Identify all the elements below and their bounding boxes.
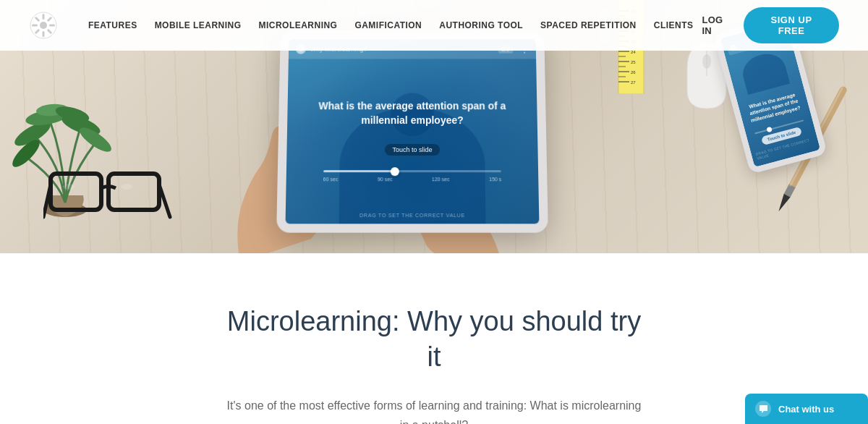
signup-button[interactable]: SIGN UP FREE: [744, 7, 839, 43]
slider-label-2: 90 sec: [378, 177, 393, 182]
nav-mobile-learning[interactable]: MOBILE LEARNING: [146, 20, 250, 30]
nav-spaced-repetition[interactable]: SPACED REPETITION: [532, 20, 645, 30]
login-button[interactable]: LOG IN: [702, 14, 732, 36]
nav-right: LOG IN SIGN UP FREE: [702, 7, 839, 43]
svg-rect-2: [43, 14, 45, 20]
slider-label-4: 150 s: [489, 177, 501, 182]
chat-label: Chat with us: [778, 404, 834, 415]
tablet-content-area: What is the average attention span of a …: [286, 80, 539, 182]
svg-point-23: [121, 184, 132, 190]
header: FEATURES MOBILE LEARNING MICROLEARNING G…: [0, 0, 868, 51]
svg-rect-4: [32, 25, 38, 27]
chat-widget[interactable]: Chat with us: [745, 394, 868, 424]
slider-label-3: 120 sec: [432, 177, 450, 182]
nav-authoring-tool[interactable]: AUTHORING TOOL: [430, 20, 532, 30]
svg-rect-3: [43, 31, 45, 37]
touch-label: Touch to slide: [385, 144, 439, 156]
phone-silhouette: [739, 49, 790, 95]
nav-microlearning[interactable]: MICROLEARNING: [250, 20, 346, 30]
nav-clients[interactable]: CLIENTS: [645, 20, 702, 30]
svg-point-1: [40, 22, 47, 29]
slider-fill: [323, 170, 395, 172]
svg-rect-18: [51, 174, 101, 210]
phone-slider-thumb: [766, 127, 773, 133]
nav-gamification[interactable]: GAMIFICATION: [346, 20, 430, 30]
svg-rect-5: [49, 25, 55, 27]
tablet-device: Why Microlearning? 2/9 ⋮ What is the ave…: [276, 31, 548, 233]
slider-label-1: 60 sec: [323, 177, 339, 182]
logo[interactable]: [29, 11, 58, 40]
slider-track: [323, 170, 501, 172]
svg-text:26: 26: [631, 70, 636, 75]
page-subtitle: It's one of the most effective forms of …: [224, 396, 644, 424]
svg-point-22: [63, 184, 75, 190]
svg-text:25: 25: [631, 60, 636, 64]
page-title: Microlearning: Why you should try it: [217, 304, 651, 376]
content-section: Microlearning: Why you should try it It'…: [0, 253, 868, 424]
drag-label: DRAG TO SET THE CORRECT VALUE: [286, 213, 540, 218]
slider-labels: 60 sec 90 sec 120 sec 150 s: [323, 177, 502, 182]
slider-thumb: [390, 167, 399, 176]
svg-point-49: [702, 54, 711, 69]
nav-features[interactable]: FEATURES: [80, 20, 146, 30]
svg-text:27: 27: [631, 80, 636, 85]
tablet-question-text: What is the average attention span of a …: [302, 99, 523, 127]
main-nav: FEATURES MOBILE LEARNING MICROLEARNING G…: [80, 20, 702, 30]
glasses-decoration: [43, 159, 203, 224]
svg-rect-19: [109, 174, 159, 210]
chat-icon: [755, 401, 771, 417]
tablet-slider-area: Touch to slide 60 sec 90 sec 120 sec 150…: [323, 142, 502, 182]
